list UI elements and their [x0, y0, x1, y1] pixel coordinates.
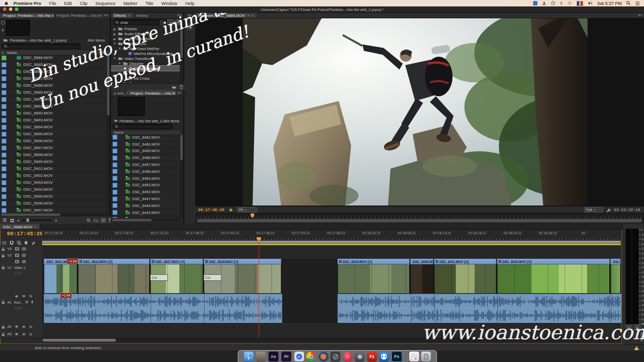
project-search-input[interactable] — [1, 44, 81, 49]
preview-thumbnail[interactable] — [6, 20, 30, 36]
track-lock-icon[interactable] — [1, 265, 5, 269]
find-icon[interactable] — [87, 218, 91, 222]
effects-tree-item[interactable]: MisFire MicroScratches — [111, 51, 180, 56]
solo-button[interactable]: S — [28, 324, 34, 329]
mute-button[interactable]: M — [21, 294, 27, 299]
program-current-timecode[interactable]: 00:17:45:20 — [198, 207, 224, 212]
file-row[interactable]: DSC_6457.MOV — [111, 161, 180, 168]
work-area-bar[interactable] — [42, 241, 621, 245]
effects-tree-item[interactable]: ▼ Video Effects — [111, 41, 180, 46]
video-clip[interactable]: DSC_6022.MOV [V] — [78, 259, 150, 293]
file-row[interactable]: DSC_5897.MOV — [0, 145, 110, 152]
file-row[interactable]: DSC_5899.MOV — [0, 158, 110, 165]
track-lock-icon[interactable] — [1, 332, 5, 336]
spotlight-icon[interactable] — [626, 1, 631, 5]
file-row[interactable]: DSC_6443.MOV — [111, 209, 180, 216]
zoom-out-icon[interactable]: ▴ — [17, 218, 19, 222]
effects-tree-item[interactable]: ▼ Zoom — [111, 81, 180, 83]
warning-icon[interactable] — [634, 346, 639, 350]
dock-icon-utility-app[interactable] — [256, 352, 266, 362]
dock-icon-photoshop[interactable]: Ps — [391, 351, 402, 362]
speaker-icon[interactable] — [15, 332, 19, 336]
effects-tree-item[interactable]: ▶ Audio Transitions — [111, 36, 180, 41]
dock-icon-filezilla[interactable]: Fz — [367, 352, 377, 362]
solo-button[interactable]: S — [28, 294, 34, 299]
toggle-track-output-eye-icon[interactable] — [22, 260, 26, 263]
zoom-in-icon[interactable]: ▴ — [55, 218, 57, 222]
track-header-v3[interactable]: V3 — [0, 246, 43, 253]
effects-tree-item[interactable]: ▼ Dissolve — [111, 61, 180, 66]
file-row[interactable]: DSC_5907.MOV — [0, 207, 110, 213]
project-vertical-scrollbar[interactable] — [107, 54, 110, 213]
track-header-a1[interactable]: MS A1Aud...R ‹ ◇ › — [0, 293, 43, 323]
track-lane-v1[interactable]: DSC_6021.MOV [V]DSC_6022.MOV [V]+1:04DSC… — [42, 259, 621, 294]
time-machine-icon[interactable] — [551, 1, 555, 5]
toggle-track-output-eye-icon[interactable] — [22, 254, 26, 257]
snap-magnet-icon[interactable] — [9, 241, 14, 245]
preview-thumbnail[interactable] — [118, 97, 145, 116]
tunnel-icon[interactable] — [542, 1, 546, 5]
dock-icon-itunes[interactable]: ♪ — [343, 352, 353, 362]
set-display-style-icon[interactable] — [15, 247, 19, 251]
tab-project2-active[interactable]: Project: Penteleu – into the wild_ — [127, 90, 175, 96]
solo-right-button[interactable]: S — [634, 325, 641, 330]
tab-history[interactable]: History — [133, 12, 151, 18]
project2-horizontal-scrollbar[interactable] — [111, 218, 180, 222]
file-row[interactable]: DSC_6458.MOV — [111, 155, 180, 161]
effects-search-input[interactable]: cros ✕ — [113, 19, 167, 25]
effects-tree-item[interactable]: ▼ Iris — [111, 71, 180, 76]
file-row[interactable]: DSC_6459.MOV — [111, 148, 180, 155]
panel-menu-icon[interactable]: ▾≡ — [636, 12, 644, 18]
track-lock-icon[interactable] — [1, 300, 5, 304]
video-clip[interactable]: DSC — [610, 259, 621, 293]
file-row[interactable]: DSC_6447.MOV — [111, 196, 180, 203]
project2-search-input[interactable] — [112, 124, 173, 129]
mute-button[interactable]: M — [21, 332, 27, 337]
tab-fragment[interactable]: y wild_1 — [111, 90, 127, 96]
track-lock-icon[interactable] — [1, 247, 5, 251]
chevron-right-icon[interactable]: ▶ — [113, 37, 116, 41]
expand-panel-button[interactable]: ◀ — [186, 22, 194, 31]
track-lane-a2[interactable] — [42, 323, 621, 331]
tab-program[interactable]: Program: DSC_5888.MOV ▼ × — [195, 12, 257, 18]
notification-center-icon[interactable] — [635, 1, 640, 5]
track-header-a3[interactable]: A3 MS — [0, 330, 43, 338]
menu-extra-app-icon[interactable] — [533, 1, 537, 5]
add-marker-icon[interactable] — [24, 241, 28, 245]
wifi-icon[interactable] — [567, 1, 572, 5]
set-display-style-icon[interactable] — [15, 254, 19, 257]
file-row[interactable]: DSC_6442.MOV — [111, 216, 180, 218]
file-row[interactable]: DSC_6452.MOV — [111, 189, 180, 196]
chevron-right-icon[interactable]: ▶ — [113, 32, 116, 36]
file-row[interactable]: DSC_5887.MOV — [0, 75, 110, 82]
file-row[interactable]: DSC_5885.MOV — [0, 61, 110, 68]
video-clip[interactable]: DSC_6028.MOV [V]Cro — [204, 259, 281, 293]
video-clip[interactable]: DSC_6029.MOV [V] — [337, 259, 410, 293]
video-clip[interactable]: DSC_6032.MOV [V] — [497, 259, 610, 293]
menu-edit[interactable]: Edit — [60, 1, 76, 6]
chevron-down-icon[interactable]: ▼ — [118, 82, 121, 83]
effects-tree-item[interactable]: Iris Cross — [111, 76, 180, 81]
chevron-down-icon[interactable]: ▼ — [113, 42, 116, 45]
dock-icon-teamviewer[interactable] — [379, 352, 389, 362]
dock-icon-document-app[interactable] — [409, 352, 419, 362]
input-language-flag-icon[interactable] — [577, 1, 583, 6]
file-row[interactable]: DSC_6444.MOV — [111, 203, 180, 209]
linked-selection-icon[interactable] — [17, 241, 21, 245]
record-button[interactable]: R — [24, 300, 30, 305]
video-clip[interactable]: DSC_6031.MOV [V] — [434, 259, 496, 293]
volume-icon[interactable] — [588, 1, 592, 5]
file-row[interactable]: DSC_5889.MOV — [0, 89, 110, 96]
file-row[interactable]: DSC_5888.MOV — [0, 82, 110, 89]
tab-effects[interactable]: Effects× — [111, 12, 133, 18]
program-scrollbar[interactable] — [196, 218, 643, 223]
icon-view-icon[interactable] — [10, 218, 14, 222]
apple-menu-icon[interactable] — [4, 1, 8, 5]
effects-tree-item[interactable]: ▶ Presets — [111, 26, 180, 31]
timeline-ruler[interactable]: 00:17:18:2300:17:23:2200:17:28:2200:17:3… — [42, 230, 621, 241]
32bit-effects-filter-icon[interactable]: 32 — [175, 19, 181, 25]
chevron-down-icon[interactable]: ▼ — [118, 72, 121, 75]
file-row[interactable]: DSC_5895.MOV — [0, 131, 110, 138]
track-lane-a1[interactable]: +1:04 — [42, 293, 621, 323]
video-clip[interactable]: DSC_6027.MOV [V]Cro — [150, 259, 203, 293]
